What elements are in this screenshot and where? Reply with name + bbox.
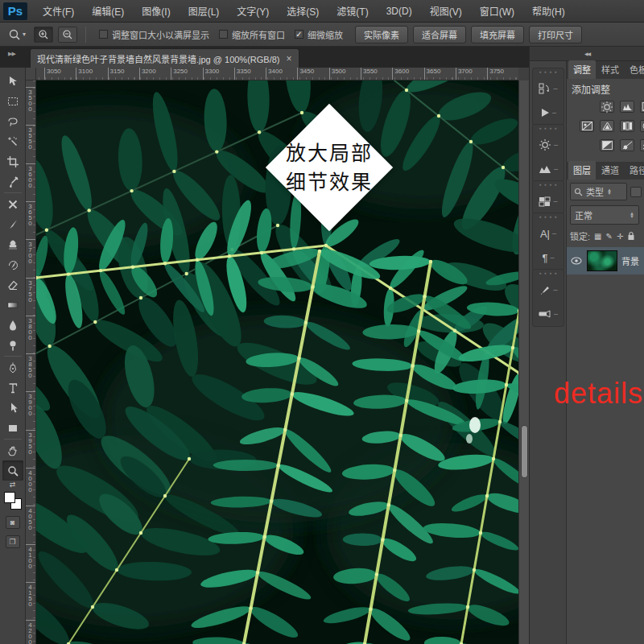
foreground-color-swatch[interactable]	[4, 492, 15, 503]
curves-adjustment-button[interactable]	[640, 101, 644, 113]
layer-filter-select[interactable]: 类型 ▲▼	[570, 183, 627, 200]
color-balance-adjustment-button[interactable]	[640, 120, 644, 132]
option-checkbox-1[interactable]: 缩放所有窗口	[219, 28, 285, 41]
marquee-tool[interactable]	[2, 91, 23, 111]
vruler-tick: 4000	[26, 468, 36, 492]
zoom-out-button[interactable]	[58, 27, 77, 43]
group-grip[interactable]: ● ● ● ●	[533, 270, 564, 278]
healing-brush-tool[interactable]	[2, 194, 23, 214]
layer-row-background[interactable]: 背景	[567, 247, 644, 275]
expand-panels-icon[interactable]: ▶▶	[8, 51, 15, 57]
clone-source-panel-button[interactable]: –	[533, 76, 564, 101]
filter-toggle-button[interactable]	[630, 187, 642, 197]
menu-item-3[interactable]: 图层(L)	[180, 0, 229, 23]
exposure-adjustment-button[interactable]	[580, 120, 594, 132]
zoom-in-button[interactable]	[34, 27, 53, 43]
menu-item-6[interactable]: 滤镜(T)	[328, 0, 377, 23]
canvas[interactable]: 放大局部 细节效果	[36, 80, 518, 644]
levels-adjustment-button[interactable]	[620, 101, 634, 113]
dodge-tool[interactable]	[2, 335, 23, 355]
lasso-tool[interactable]	[2, 111, 23, 131]
adjustments-panel-button[interactable]: –	[533, 133, 564, 157]
options-button-1[interactable]: 适合屏幕	[413, 26, 466, 43]
clone-stamp-tool[interactable]	[2, 234, 23, 254]
options-button-3[interactable]: 打印尺寸	[529, 26, 582, 43]
checkbox-icon[interactable]	[219, 30, 228, 39]
quick-mask-button[interactable]: ◙	[6, 516, 20, 529]
menu-item-8[interactable]: 视图(V)	[421, 0, 471, 23]
menu-item-9[interactable]: 窗口(W)	[471, 0, 523, 23]
option-checkbox-0[interactable]: 调整窗口大小以满屏显示	[99, 28, 209, 41]
move-tool[interactable]	[2, 71, 23, 91]
rectangle-tool[interactable]	[2, 418, 23, 438]
layers-tab-图层[interactable]: 图层	[568, 161, 596, 180]
screen-mode-button[interactable]: ❐	[6, 535, 20, 548]
brush-presets-panel-button[interactable]: –	[533, 278, 564, 302]
zoom-tool-preset[interactable]: ▾	[5, 28, 29, 41]
group-grip[interactable]: ● ● ● ●	[533, 213, 564, 221]
options-button-0[interactable]: 实际像素	[355, 26, 408, 43]
paragraph-panel-button[interactable]: ¶–	[533, 246, 564, 270]
type-tool[interactable]	[2, 378, 23, 398]
vertical-scrollbar[interactable]	[518, 80, 529, 644]
layers-tab-通道[interactable]: 通道	[597, 161, 624, 180]
close-tab-icon[interactable]: ×	[286, 53, 291, 64]
lock-pixels-icon[interactable]: ✎	[606, 232, 613, 241]
eraser-tool[interactable]	[2, 275, 23, 295]
group-grip[interactable]: ● ● ● ●	[533, 68, 564, 76]
brush-tool[interactable]	[2, 214, 23, 234]
checkbox-icon[interactable]: ✓	[295, 30, 303, 39]
brightness-adjustment-button[interactable]	[600, 101, 614, 113]
layers-tab-路径[interactable]: 路径	[625, 161, 644, 180]
lock-all-icon[interactable]	[627, 231, 635, 241]
swatches-panel-button[interactable]: –	[533, 189, 564, 213]
menu-item-0[interactable]: 文件(F)	[34, 0, 83, 23]
character-panel-button[interactable]: A|–	[533, 221, 564, 246]
adjustments-tab-色板[interactable]: 色板	[625, 60, 644, 79]
options-button-2[interactable]: 填充屏幕	[471, 26, 524, 43]
histogram-panel-button[interactable]: –	[533, 157, 564, 181]
color-swatches[interactable]	[4, 492, 22, 510]
history-brush-tool[interactable]	[2, 254, 23, 275]
separator	[4, 356, 22, 357]
brushes-panel-button[interactable]: –	[533, 302, 564, 326]
hue-saturation-adjustment-button[interactable]	[620, 120, 634, 132]
pen-tool[interactable]	[2, 357, 23, 378]
menu-item-10[interactable]: 帮助(H)	[523, 0, 574, 23]
hand-tool[interactable]	[2, 440, 23, 460]
history-brush-icon	[6, 258, 19, 271]
checkbox-icon[interactable]	[99, 30, 108, 39]
blend-mode-select[interactable]: 正常 ▲▼	[570, 205, 639, 225]
magic-wand-tool[interactable]	[2, 131, 23, 151]
zoom-tool[interactable]	[2, 460, 23, 481]
black-white-adjustment-button[interactable]	[600, 139, 614, 151]
vibrance-adjustment-button[interactable]	[600, 120, 614, 132]
actions-panel-button[interactable]: –	[533, 101, 564, 125]
lock-transparency-icon[interactable]: ▦	[594, 232, 601, 241]
menu-item-7[interactable]: 3D(D)	[378, 0, 421, 23]
scrollbar-thumb[interactable]	[521, 425, 528, 478]
channel-mixer-adjustment-button[interactable]	[640, 139, 644, 151]
swap-colors-icon[interactable]: ⇄	[10, 481, 16, 490]
menu-item-2[interactable]: 图像(I)	[133, 0, 179, 23]
checkbox-label: 缩放所有窗口	[232, 28, 285, 41]
lock-position-icon[interactable]: ✛	[617, 232, 623, 241]
document-tab[interactable]: 现代清新绿色叶子背景墙自然风景背景墙.jpg @ 100%(RGB/8) ×	[30, 48, 299, 68]
group-grip[interactable]: ● ● ● ●	[533, 181, 564, 189]
adjustments-tab-样式[interactable]: 样式	[597, 60, 624, 79]
layer-visibility-icon[interactable]	[570, 255, 583, 266]
collapse-panels-icon[interactable]: ◀◀	[530, 47, 644, 61]
photo-filter-adjustment-button[interactable]	[620, 139, 634, 151]
layer-thumbnail[interactable]	[587, 250, 617, 271]
path-select-tool[interactable]	[2, 398, 23, 418]
menu-item-4[interactable]: 文字(Y)	[228, 0, 278, 23]
menu-item-1[interactable]: 编辑(E)	[83, 0, 133, 23]
option-checkbox-2[interactable]: ✓细微缩放	[295, 28, 343, 41]
gradient-tool[interactable]	[2, 295, 23, 315]
adjustments-tab-调整[interactable]: 调整	[568, 60, 596, 79]
blur-tool[interactable]	[2, 315, 23, 335]
eyedropper-tool[interactable]	[2, 171, 23, 192]
menu-item-5[interactable]: 选择(S)	[278, 0, 328, 23]
crop-tool[interactable]	[2, 151, 23, 171]
group-grip[interactable]: ● ● ● ●	[533, 125, 564, 133]
